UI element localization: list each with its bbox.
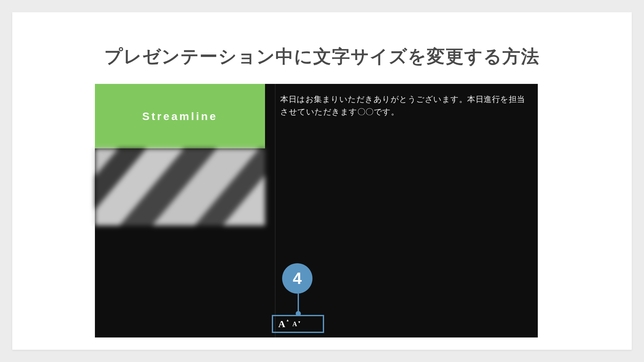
- document-card: プレゼンテーション中に文字サイズを変更する方法 Streamline 本日はお集…: [12, 12, 632, 350]
- increase-font-icon: A: [278, 318, 285, 329]
- decrease-font-icon: A: [292, 320, 297, 328]
- increase-font-button[interactable]: A ▴: [278, 318, 285, 329]
- caret-down-icon: ▾: [298, 320, 300, 324]
- step-number: 4: [293, 269, 302, 288]
- presenter-view-screenshot: Streamline 本日はお集まりいただきありがとうございます。本日進行を担当…: [95, 84, 538, 337]
- slide-preview: Streamline: [95, 84, 265, 226]
- speaker-notes: 本日はお集まりいただきありがとうございます。本日進行を担当させていただきます〇〇…: [280, 93, 532, 118]
- decrease-font-button[interactable]: A ▾: [292, 320, 297, 328]
- font-size-controls-highlight: A ▴ A ▾: [272, 315, 324, 333]
- slide-title-bar: Streamline: [95, 84, 265, 148]
- slide-title: Streamline: [142, 110, 218, 123]
- slide-image-placeholder: [95, 148, 265, 226]
- pane-divider: [275, 84, 275, 337]
- page-title: プレゼンテーション中に文字サイズを変更する方法: [12, 45, 632, 69]
- caret-up-icon: ▴: [287, 318, 289, 322]
- step-badge: 4: [282, 263, 312, 294]
